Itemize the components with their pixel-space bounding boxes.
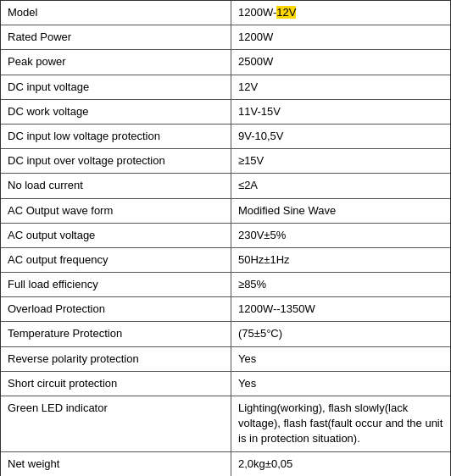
cell-label: Rated Power	[1, 25, 231, 49]
cell-value: 2500W	[231, 50, 450, 74]
table-row: No load current ≤2A	[1, 174, 450, 198]
cell-label: Overload Protection	[1, 297, 231, 321]
cell-value: 9V-10,5V	[231, 125, 450, 148]
specs-table: Model 1200W-12V Rated Power 1200W Peak p…	[0, 0, 451, 476]
table-row: DC input over voltage protection ≥15V	[1, 149, 450, 174]
cell-value: 2,0kg±0,05	[231, 452, 450, 476]
cell-label: Temperature Protection	[1, 322, 231, 346]
cell-label: DC input voltage	[1, 75, 231, 99]
cell-label: DC input low voltage protection	[1, 125, 231, 148]
table-row: Reverse polarity protection Yes	[1, 347, 450, 372]
table-row: Temperature Protection (75±5°C)	[1, 322, 450, 346]
cell-label: Net weight	[1, 452, 231, 476]
table-row: Peak power 2500W	[1, 50, 450, 75]
table-row: AC output frequency 50Hz±1Hz	[1, 248, 450, 273]
cell-value: 50Hz±1Hz	[231, 248, 450, 272]
cell-label: Reverse polarity protection	[1, 347, 231, 371]
cell-value: (75±5°C)	[231, 322, 450, 346]
cell-value: Lighting(working), flash slowly(lack vol…	[231, 396, 450, 451]
table-row: Rated Power 1200W	[1, 25, 450, 50]
cell-value: 11V-15V	[231, 100, 450, 124]
cell-label: Model	[1, 1, 231, 25]
table-row: DC input voltage 12V	[1, 75, 450, 100]
cell-value: Modified Sine Wave	[231, 199, 450, 223]
cell-label: DC input over voltage protection	[1, 149, 231, 173]
cell-value: 230V±5%	[231, 224, 450, 247]
table-row: DC work voltage 11V-15V	[1, 100, 450, 125]
cell-label: AC Output wave form	[1, 199, 231, 223]
cell-label: AC output frequency	[1, 248, 231, 272]
table-row: AC output voltage 230V±5%	[1, 224, 450, 248]
cell-value: ≥85%	[231, 273, 450, 296]
table-row: Net weight 2,0kg±0,05	[1, 452, 450, 476]
cell-label: No load current	[1, 174, 231, 197]
cell-value: 1200W	[231, 25, 450, 49]
table-row: AC Output wave form Modified Sine Wave	[1, 199, 450, 224]
table-row: Short circuit protection Yes	[1, 372, 450, 396]
cell-value: Yes	[231, 347, 450, 371]
table-row: Full load efficiency ≥85%	[1, 273, 450, 297]
value-text: 1200W-	[238, 6, 276, 19]
cell-label: DC work voltage	[1, 100, 231, 124]
cell-label: Peak power	[1, 50, 231, 74]
table-row: DC input low voltage protection 9V-10,5V	[1, 125, 450, 149]
cell-value: ≤2A	[231, 174, 450, 197]
highlighted-text: 12V	[276, 6, 296, 19]
table-row: Model 1200W-12V	[1, 1, 450, 25]
cell-value: ≥15V	[231, 149, 450, 173]
cell-value: 1200W--1350W	[231, 297, 450, 321]
cell-value: 12V	[231, 75, 450, 99]
cell-label: Full load efficiency	[1, 273, 231, 296]
table-row: Overload Protection 1200W--1350W	[1, 297, 450, 322]
cell-value: 1200W-12V	[231, 1, 450, 25]
cell-label: AC output voltage	[1, 224, 231, 247]
cell-label: Short circuit protection	[1, 372, 231, 396]
cell-value: Yes	[231, 372, 450, 396]
table-row: Green LED indicator Lighting(working), f…	[1, 396, 450, 452]
cell-label: Green LED indicator	[1, 396, 231, 451]
